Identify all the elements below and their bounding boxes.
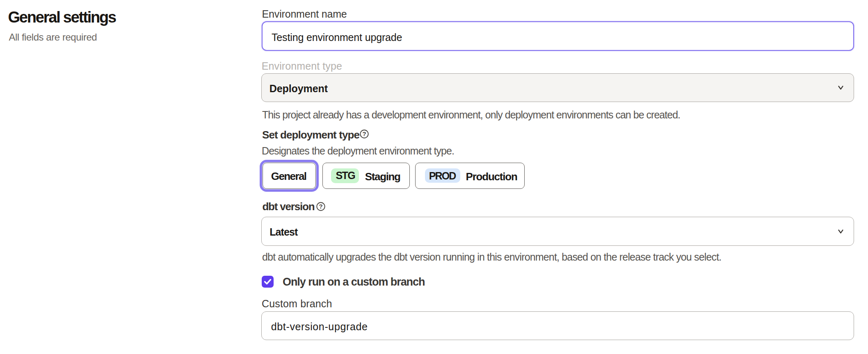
svg-text:?: ? [319, 203, 322, 210]
svg-text:?: ? [362, 130, 366, 137]
